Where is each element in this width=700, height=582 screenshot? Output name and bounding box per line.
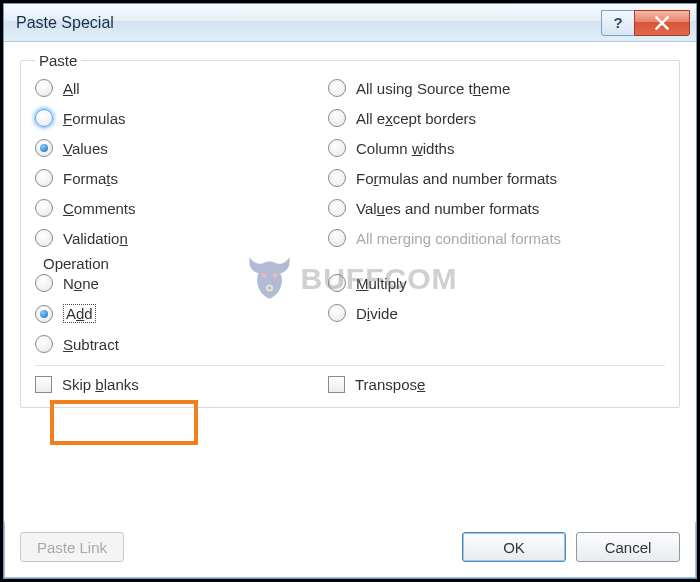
radio-subtract[interactable]: Subtract (35, 335, 328, 353)
radio-icon (328, 169, 346, 187)
checkbox-skip-blanks[interactable]: Skip blanks (35, 376, 328, 393)
radio-none[interactable]: None (35, 274, 328, 292)
chk-col-right: Transpose (328, 376, 665, 393)
ok-button[interactable]: OK (462, 532, 566, 562)
radio-all-except-borders[interactable]: All except borders (328, 109, 665, 127)
radio-formulas-number-formats[interactable]: Formulas and number formats (328, 169, 665, 187)
paste-special-dialog: Paste Special ? Paste All (3, 3, 697, 579)
main-fieldset: Paste All Formulas Values (20, 52, 680, 408)
radio-icon (35, 305, 53, 323)
dialog-footer: Paste Link OK Cancel (4, 522, 696, 578)
paste-group-label: Paste (35, 52, 81, 69)
op-col-left: None Add Subtract (35, 274, 328, 353)
radio-icon (35, 335, 53, 353)
separator (35, 365, 665, 366)
close-button[interactable] (634, 10, 690, 36)
radio-icon (328, 304, 346, 322)
titlebar: Paste Special ? (4, 4, 696, 42)
radio-icon (35, 199, 53, 217)
paste-col-right: All using Source theme All except border… (328, 79, 665, 247)
radio-divide[interactable]: Divide (328, 304, 665, 322)
radio-icon (328, 139, 346, 157)
radio-label: All merging conditional formats (356, 230, 561, 247)
cancel-button[interactable]: Cancel (576, 532, 680, 562)
paste-link-button: Paste Link (20, 532, 124, 562)
radio-multiply[interactable]: Multiply (328, 274, 665, 292)
radio-icon (328, 274, 346, 292)
radio-all-source-theme[interactable]: All using Source theme (328, 79, 665, 97)
op-col-right: Multiply Divide (328, 274, 665, 353)
chk-col-left: Skip blanks (35, 376, 328, 393)
radio-icon (328, 199, 346, 217)
radio-icon (328, 79, 346, 97)
window-title: Paste Special (16, 14, 601, 32)
operation-group-label: Operation (39, 255, 665, 272)
checkbox-icon (328, 376, 345, 393)
paste-options: All Formulas Values Formats (35, 79, 665, 247)
dialog-content: Paste All Formulas Values (4, 42, 696, 522)
radio-column-widths[interactable]: Column widths (328, 139, 665, 157)
radio-icon (35, 79, 53, 97)
radio-icon (35, 139, 53, 157)
close-icon (655, 16, 669, 30)
operation-options: None Add Subtract Multiply (35, 274, 665, 353)
help-button[interactable]: ? (601, 10, 635, 36)
radio-values-number-formats[interactable]: Values and number formats (328, 199, 665, 217)
radio-formats[interactable]: Formats (35, 169, 328, 187)
radio-icon (328, 109, 346, 127)
radio-icon (35, 274, 53, 292)
checkbox-icon (35, 376, 52, 393)
help-icon: ? (613, 14, 622, 31)
radio-formulas[interactable]: Formulas (35, 109, 328, 127)
radio-add[interactable]: Add (35, 304, 328, 323)
checkbox-transpose[interactable]: Transpose (328, 376, 665, 393)
radio-validation[interactable]: Validation (35, 229, 328, 247)
radio-icon (35, 169, 53, 187)
radio-icon (35, 109, 53, 127)
radio-all[interactable]: All (35, 79, 328, 97)
radio-icon (35, 229, 53, 247)
window-controls: ? (601, 10, 690, 36)
radio-icon (328, 229, 346, 247)
radio-all-merging-conditional: All merging conditional formats (328, 229, 665, 247)
paste-col-left: All Formulas Values Formats (35, 79, 328, 247)
checkbox-options: Skip blanks Transpose (35, 376, 665, 393)
radio-values[interactable]: Values (35, 139, 328, 157)
radio-comments[interactable]: Comments (35, 199, 328, 217)
